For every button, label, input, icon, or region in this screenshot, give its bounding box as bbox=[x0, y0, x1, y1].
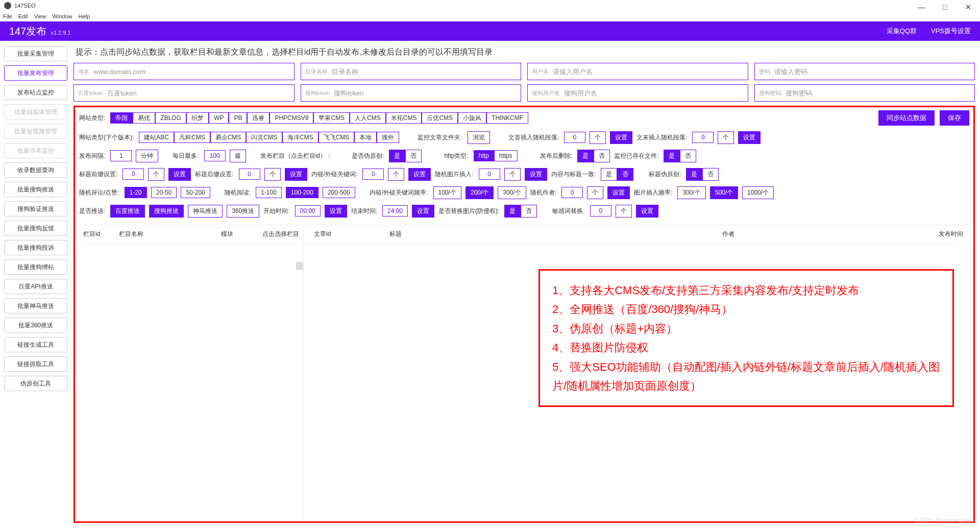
rc-2[interactable]: 20-50 bbox=[151, 187, 177, 198]
maximize-button[interactable]: □ bbox=[933, 0, 957, 14]
if-1[interactable]: 300/个 bbox=[677, 186, 705, 199]
sidebar-item-4[interactable]: 批量短视频管理 bbox=[4, 124, 67, 139]
interval-input[interactable] bbox=[110, 150, 132, 161]
sensitive-set[interactable]: 设置 bbox=[636, 205, 658, 218]
if-3[interactable]: 1000/个 bbox=[742, 186, 774, 199]
site-type-3[interactable]: 织梦 bbox=[186, 112, 209, 124]
site-type-6[interactable]: 迅睿 bbox=[247, 112, 270, 124]
push-sogou[interactable]: 搜狗推送 bbox=[149, 205, 184, 218]
site-next-6[interactable]: 本地 bbox=[354, 132, 377, 143]
inputs1-input-1[interactable] bbox=[332, 68, 517, 76]
site-type-9[interactable]: 人人CMS bbox=[350, 112, 386, 124]
inputs2-input-0[interactable] bbox=[107, 89, 290, 97]
rand-img-set[interactable]: 设置 bbox=[525, 168, 547, 181]
menu-view[interactable]: View bbox=[34, 13, 46, 19]
sidebar-item-7[interactable]: 批量搜狗推送 bbox=[4, 182, 67, 197]
kf-3[interactable]: 300/个 bbox=[498, 186, 526, 199]
start-time-set[interactable]: 设置 bbox=[325, 205, 347, 218]
sensitive-input[interactable] bbox=[590, 205, 611, 217]
sidebar-item-2[interactable]: 发布站点监控 bbox=[4, 85, 67, 100]
menu-help[interactable]: Help bbox=[78, 13, 90, 19]
sidebar-item-15[interactable]: 链接生成工具 bbox=[4, 337, 67, 352]
title-prefix-input[interactable] bbox=[122, 169, 144, 180]
menu-window[interactable]: Window bbox=[52, 13, 72, 19]
site-type-12[interactable]: 小旋风 bbox=[458, 112, 486, 124]
site-next-1[interactable]: 凡科CMS bbox=[174, 132, 210, 143]
suffix-para-input[interactable] bbox=[692, 132, 714, 143]
suffix-para-set[interactable]: 设置 bbox=[738, 131, 761, 144]
end-time-input[interactable] bbox=[382, 205, 408, 217]
site-type-8[interactable]: 苹果CMS bbox=[313, 112, 350, 124]
rc-1[interactable]: 1-20 bbox=[125, 187, 147, 198]
sidebar-item-11[interactable]: 批量搜狗绑站 bbox=[4, 259, 67, 275]
daily-max-input[interactable] bbox=[204, 150, 226, 161]
sidebar-item-10[interactable]: 批量搜狗投诉 bbox=[4, 240, 67, 255]
inputs2-input-2[interactable] bbox=[564, 89, 744, 97]
sidebar-item-0[interactable]: 批量采集管理 bbox=[4, 46, 67, 61]
sidebar-item-9[interactable]: 批量搜狗反馈 bbox=[4, 221, 67, 236]
kf-2[interactable]: 200/个 bbox=[465, 186, 494, 199]
tf-no[interactable]: 否 bbox=[702, 168, 719, 181]
header-link-qq[interactable]: 采集QQ群 bbox=[887, 27, 917, 36]
site-type-2[interactable]: ZBLOG bbox=[155, 112, 186, 124]
close-button[interactable]: ✕ bbox=[957, 0, 980, 14]
scrollbar-thumb[interactable] bbox=[296, 262, 303, 270]
rand-author-input[interactable] bbox=[561, 187, 583, 198]
if-2[interactable]: 500/个 bbox=[710, 186, 738, 199]
site-type-5[interactable]: PB bbox=[229, 112, 247, 124]
sidebar-item-14[interactable]: 批量360推送 bbox=[4, 318, 67, 333]
start-time-input[interactable] bbox=[295, 205, 321, 217]
http-opt[interactable]: http bbox=[474, 150, 494, 161]
sync-button[interactable]: 同步站点数据 bbox=[878, 110, 935, 126]
keyword-input[interactable] bbox=[362, 169, 384, 180]
inputs2-input-3[interactable] bbox=[786, 89, 971, 97]
site-next-7[interactable]: 搜外 bbox=[377, 132, 399, 143]
title-suffix-set[interactable]: 设置 bbox=[285, 168, 307, 181]
site-type-13[interactable]: THINKCMF bbox=[486, 112, 528, 124]
site-type-7[interactable]: PHPCMSV9 bbox=[270, 112, 313, 124]
inputs1-input-0[interactable] bbox=[93, 68, 290, 76]
site-next-2[interactable]: 易企CMS bbox=[210, 132, 247, 143]
site-next-0[interactable]: 建站ABC bbox=[139, 132, 174, 143]
prefix-para-set[interactable]: 设置 bbox=[610, 131, 632, 144]
ri-yes[interactable]: 是 bbox=[504, 205, 521, 218]
push-360[interactable]: 360推送 bbox=[227, 205, 259, 218]
site-type-0[interactable]: 帝国 bbox=[110, 112, 133, 124]
ri-no[interactable]: 否 bbox=[521, 205, 537, 218]
rand-img-input[interactable] bbox=[479, 169, 500, 180]
browse-button[interactable]: 浏览 bbox=[468, 131, 490, 144]
site-next-4[interactable]: 海洋CMS bbox=[282, 132, 318, 143]
sidebar-item-5[interactable]: 批量排名监控 bbox=[4, 143, 67, 158]
sidebar-item-8[interactable]: 搜狗验证推送 bbox=[4, 201, 67, 217]
kf-1[interactable]: 100/个 bbox=[433, 186, 461, 199]
site-next-3[interactable]: 闪灵CMS bbox=[246, 132, 282, 143]
https-opt[interactable]: https bbox=[494, 150, 518, 161]
rand-author-set[interactable]: 设置 bbox=[607, 186, 630, 199]
prefix-para-input[interactable] bbox=[564, 132, 585, 143]
push-shenma[interactable]: 神马推送 bbox=[188, 205, 223, 218]
sidebar-item-12[interactable]: 百度API推送 bbox=[4, 279, 67, 294]
sidebar-item-6[interactable]: 收录数据查询 bbox=[4, 162, 67, 178]
inputs1-input-2[interactable] bbox=[553, 68, 744, 76]
minimize-button[interactable]: — bbox=[910, 0, 933, 14]
ct-yes[interactable]: 是 bbox=[601, 168, 617, 181]
inputs2-input-1[interactable] bbox=[334, 89, 517, 97]
tf-yes[interactable]: 是 bbox=[686, 168, 702, 181]
delete-yes[interactable]: 是 bbox=[577, 150, 594, 162]
end-time-set[interactable]: 设置 bbox=[412, 205, 434, 218]
sidebar-item-17[interactable]: 伪原创工具 bbox=[4, 376, 67, 391]
sidebar-item-13[interactable]: 批量神马推送 bbox=[4, 298, 67, 314]
site-type-4[interactable]: WP bbox=[209, 112, 229, 124]
rc-3[interactable]: 50-200 bbox=[181, 187, 210, 198]
menu-file[interactable]: File bbox=[3, 13, 12, 19]
title-suffix-input[interactable] bbox=[239, 169, 260, 180]
title-prefix-set[interactable]: 设置 bbox=[168, 168, 191, 181]
site-type-10[interactable]: 米拓CMS bbox=[386, 112, 422, 124]
sidebar-item-1[interactable]: 批量发布管理 bbox=[4, 65, 67, 81]
inputs1-input-3[interactable] bbox=[774, 68, 971, 76]
keyword-set[interactable]: 设置 bbox=[408, 168, 431, 181]
monitor-yes[interactable]: 是 bbox=[664, 150, 680, 162]
rr-1[interactable]: 1-100 bbox=[256, 187, 282, 198]
ct-no[interactable]: 否 bbox=[617, 168, 633, 181]
fake-orig-no[interactable]: 否 bbox=[405, 150, 422, 162]
